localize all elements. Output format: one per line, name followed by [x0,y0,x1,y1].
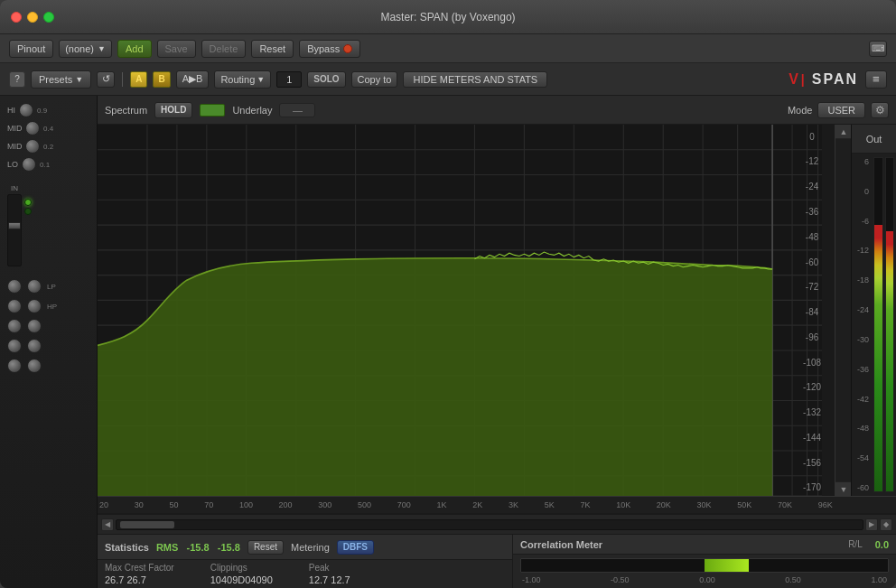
vertical-scrollbar: ▲ ▼ [835,125,851,496]
vx-separator: | [801,72,805,87]
x-label-20: 20 [99,500,108,509]
knob-g[interactable] [7,339,22,353]
out-meter-right [885,157,895,492]
bottom-knob-row1: LP [7,279,89,294]
correlation-meter-bar: -1.00 -0.50 0.00 0.50 1.00 [513,555,896,588]
x-label-200: 200 [279,500,293,509]
mid-knob[interactable] [25,121,40,135]
scroll-up-arrow[interactable]: ▲ [835,125,851,139]
knob-c[interactable] [7,299,22,313]
correlation-header: Correlation Meter R/L 0.0 [513,535,896,555]
presets-button[interactable]: Presets ▼ [31,70,91,89]
spectrum-svg: 0 -12 -24 -36 -48 -60 -72 -84 -96 -108 -… [98,125,822,496]
knob-b[interactable] [27,279,42,294]
scrollbar-thumb[interactable] [120,521,174,528]
x-label-50: 50 [169,500,178,509]
mode-button[interactable]: USER [817,102,865,118]
knob-j[interactable] [27,359,42,373]
a-button[interactable]: A [130,71,147,88]
ab-copy-button[interactable]: A▶B [176,70,210,89]
copy-to-button[interactable]: Copy to [351,71,398,88]
routing-button[interactable]: Routing ▼ [214,70,271,89]
clippings-item: Clippings 10409D04090 [210,563,273,585]
spectrum-display[interactable]: 0 -12 -24 -36 -48 -60 -72 -84 -96 -108 -… [98,125,851,496]
mid2-knob[interactable] [25,139,40,154]
main-window: Master: SPAN (by Voxengo) Pinout (none) … [0,0,896,588]
bypass-button[interactable]: Bypass [299,40,360,58]
statistics-bar: Statistics RMS -15.8 -15.8 Reset Meterin… [98,534,896,588]
menu-button[interactable]: ≡ [865,70,887,89]
correlation-scale: -1.00 -0.50 0.00 0.50 1.00 [520,575,889,584]
knob-d[interactable] [27,299,42,313]
lo-knob[interactable] [22,157,36,172]
fader-thumb[interactable] [8,222,21,229]
reset-button[interactable]: Reset [251,40,294,58]
svg-text:-170: -170 [803,482,821,492]
keyboard-icon: ⌨ [872,43,884,53]
scroll-diamond[interactable]: ◆ [880,518,892,531]
svg-text:-60: -60 [806,257,819,266]
channel-number: 1 [276,71,302,88]
scroll-right-arrow[interactable]: ▶ [865,518,878,531]
scroll-left-arrow[interactable]: ◀ [101,518,114,531]
dbfs-button[interactable]: DBFS [337,540,374,555]
svg-text:-12: -12 [806,156,819,166]
delete-button[interactable]: Delete [201,40,247,58]
mute-led [24,208,32,215]
out-bar-fill-right [886,231,894,491]
correlation-meter-fill [705,559,749,572]
clippings-value: 10409D04090 [210,574,273,585]
b-button[interactable]: B [153,71,170,88]
correlation-value: 0.0 [875,539,889,550]
scale-05: 0.50 [785,575,801,584]
out-meter-left [873,157,883,492]
knob-f[interactable] [27,319,42,333]
chevron-down-icon: ▼ [75,75,83,84]
add-button[interactable]: Add [117,40,152,58]
out-scale: 6 0 -6 -12 -18 -24 -30 -36 -42 -48 -54 -… [852,154,896,496]
svg-text:0: 0 [809,132,815,142]
solo-button[interactable]: SOLO [307,71,345,88]
svg-text:-120: -120 [803,382,821,392]
scale-neg36: -36 [852,365,872,374]
scroll-down-arrow[interactable]: ▼ [835,481,851,496]
scale-0: 0.00 [699,575,715,584]
scale-1: 1.00 [871,575,887,584]
fader[interactable] [7,194,22,266]
svg-text:-144: -144 [803,433,821,443]
close-button[interactable] [11,12,22,23]
window-title: Master: SPAN (by Voxengo) [380,11,515,23]
scrollbar-track[interactable] [116,519,863,530]
maximize-button[interactable] [43,12,54,23]
keyboard-icon-button[interactable]: ⌨ [869,41,887,57]
correlation-label: Correlation Meter [520,539,602,550]
scale-neg12: -12 [852,246,872,255]
hi-knob[interactable] [19,103,33,117]
x-label-500: 500 [358,500,371,509]
knob-i[interactable] [7,359,22,373]
help-button[interactable]: ? [9,71,25,88]
pinout-button[interactable]: Pinout [9,40,53,58]
save-button[interactable]: Save [157,40,196,58]
chevron-down-icon: ▼ [257,75,265,84]
knob-h[interactable] [27,339,42,353]
svg-text:-156: -156 [803,458,821,468]
svg-text:-108: -108 [803,358,821,368]
gear-button[interactable]: ⚙ [871,102,889,118]
metering-label: Metering [291,542,330,553]
bypass-led [343,44,352,53]
hold-button[interactable]: HOLD [154,102,192,118]
refresh-button[interactable]: ↺ [97,71,115,88]
stats-header: Statistics RMS -15.8 -15.8 Reset Meterin… [98,535,512,560]
scale-neg24: -24 [852,305,872,314]
knob-e[interactable] [7,319,22,333]
scale-neg60: -60 [852,483,872,492]
none-select[interactable]: (none) ▼ [59,40,112,58]
out-meter-bars [872,154,896,496]
minimize-button[interactable] [27,12,38,23]
separator [122,72,123,87]
stats-reset-button[interactable]: Reset [247,540,284,555]
hide-meters-button[interactable]: HIDE METERS AND STATS [403,71,547,88]
svg-text:-36: -36 [806,207,819,217]
knob-a[interactable] [7,279,22,294]
